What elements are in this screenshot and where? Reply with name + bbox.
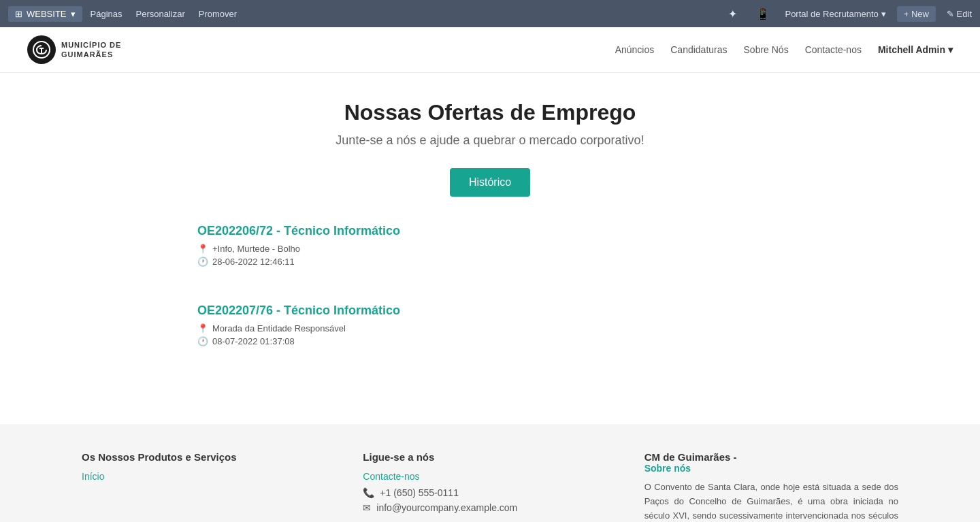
mobile-icon[interactable]: 📱 [752,7,774,20]
job-datetime-text-2: 08-07-2022 01:37:08 [212,336,295,346]
job-location-1: 📍 +Info, Murtede - Bolho [197,244,783,254]
job-title-1[interactable]: OE202206/72 - Técnico Informático [197,224,783,238]
promover-nav[interactable]: Promover [193,9,242,19]
location-icon-2: 📍 [197,323,208,333]
job-datetime-1: 🕐 28-06-2022 12:46:11 [197,257,783,267]
page-title: Nossas Ofertas de Emprego [197,100,783,125]
footer-about-link[interactable]: Sobre nós [644,463,898,474]
logo-text: MUNICÍPIO DE GUIMARÃES [61,40,121,60]
job-item: OE202206/72 - Técnico Informático 📍 +Inf… [197,224,783,283]
website-label: WEBSITE [27,9,67,19]
job-location-2: 📍 Morada da Entidade Responsável [197,323,783,333]
footer-products: Os Nossos Produtos e Serviços Início [82,451,336,522]
footer-about-title: CM de Guimarães [644,451,731,463]
job-location-text-2: Morada da Entidade Responsável [212,323,346,333]
logo-icon [27,35,56,64]
email-icon: ✉ [363,502,371,513]
nav-sobre-nos[interactable]: Sobre Nós [744,44,789,55]
admin-bar: ⊞ WEBSITE ▾ Páginas Personalizar Promove… [0,0,980,27]
website-button[interactable]: ⊞ WEBSITE ▾ [8,6,82,22]
job-datetime-text-1: 28-06-2022 12:46:11 [212,257,295,267]
portal-label: Portal de Recrutamento [785,9,878,19]
footer-email-text: info@yourcompany.example.com [376,502,517,513]
chevron-down-icon-user: ▾ [948,44,953,55]
grid-icon: ⊞ [15,9,22,19]
clock-icon-1: 🕐 [197,257,208,267]
new-button[interactable]: + New [897,6,936,22]
user-label: Mitchell Admin [878,44,945,55]
footer-phone: 📞 +1 (650) 555-0111 [363,487,617,498]
logo-municipio: MUNICÍPIO DE [61,40,121,50]
portal-button[interactable]: Portal de Recrutamento ▾ [785,9,885,19]
job-item-2: OE202207/76 - Técnico Informático 📍 Mora… [197,304,783,363]
star-icon[interactable]: ✦ [724,7,741,20]
footer-contact-title: Ligue-se a nós [363,451,617,463]
admin-bar-left: ⊞ WEBSITE ▾ Páginas Personalizar Promove… [8,6,724,22]
edit-button[interactable]: ✎ Edit [947,9,972,19]
edit-label: ✎ Edit [947,9,972,19]
footer-about-text: O Convento de Santa Clara, onde hoje est… [644,480,898,522]
footer-contacte-nos-link[interactable]: Contacte-nos [363,471,617,482]
site-nav: Anúncios Candidaturas Sobre Nós Contacte… [615,44,953,55]
footer-contact: Ligue-se a nós Contacte-nos 📞 +1 (650) 5… [363,451,617,522]
site-footer: Os Nossos Produtos e Serviços Início Lig… [0,424,980,522]
job-title-2[interactable]: OE202207/76 - Técnico Informático [197,304,783,318]
clock-icon-2: 🕐 [197,336,208,346]
nav-contacte-nos[interactable]: Contacte-nos [805,44,862,55]
footer-inicio-link[interactable]: Início [82,471,336,482]
footer-about: CM de Guimarães - Sobre nós O Convento d… [644,451,898,522]
job-location-text-1: +Info, Murtede - Bolho [212,244,300,254]
paginas-nav[interactable]: Páginas [85,9,128,19]
historico-button[interactable]: Histórico [450,168,530,197]
site-logo[interactable]: MUNICÍPIO DE GUIMARÃES [27,35,121,64]
job-datetime-2: 🕐 08-07-2022 01:37:08 [197,336,783,346]
footer-email: ✉ info@yourcompany.example.com [363,502,617,513]
personalizar-nav[interactable]: Personalizar [131,9,191,19]
chevron-down-icon-portal: ▾ [881,9,886,19]
footer-grid: Os Nossos Produtos e Serviços Início Lig… [82,451,898,522]
admin-bar-right: ✦ 📱 Portal de Recrutamento ▾ + New ✎ Edi… [724,6,972,22]
new-label: + New [904,9,929,19]
main-content: Nossas Ofertas de Emprego Junte-se a nós… [184,73,796,410]
footer-phone-text: +1 (650) 555-0111 [380,487,459,498]
nav-candidaturas[interactable]: Candidaturas [670,44,727,55]
chevron-down-icon: ▾ [71,9,76,19]
location-icon-1: 📍 [197,244,208,254]
footer-about-header: CM de Guimarães - Sobre nós [644,451,898,474]
footer-products-title: Os Nossos Produtos e Serviços [82,451,336,463]
page-subtitle: Junte-se a nós e ajude a quebrar o merca… [197,133,783,148]
phone-icon: 📞 [363,487,374,498]
logo-guimaraes: GUIMARÃES [61,50,121,59]
nav-anuncios[interactable]: Anúncios [615,44,655,55]
user-menu[interactable]: Mitchell Admin ▾ [878,44,953,55]
site-header: MUNICÍPIO DE GUIMARÃES Anúncios Candidat… [0,27,980,73]
